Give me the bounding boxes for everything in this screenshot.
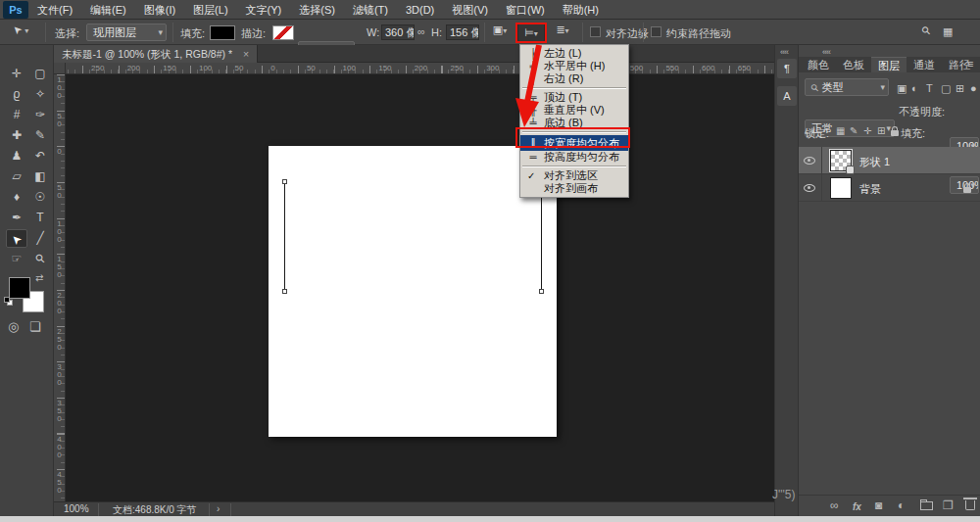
width-input[interactable]: 360 像素 [381, 24, 415, 40]
lock-artboard-icon[interactable]: ⊞ [877, 125, 885, 136]
menubar-item[interactable]: 3D(D) [397, 0, 443, 20]
eraser-tool[interactable]: ▱ [6, 167, 27, 186]
zoom-tool[interactable]: ⚲ [29, 250, 51, 268]
path-selection-tool[interactable]: ➤ [6, 229, 27, 248]
link-wh-icon[interactable]: ∞ [417, 25, 425, 37]
workspace-icon[interactable]: ▦ [943, 25, 953, 38]
new-layer-icon[interactable]: ❐ [943, 498, 954, 512]
anchor-point[interactable] [282, 289, 287, 294]
shape-tool[interactable]: ╱ [29, 229, 51, 248]
menubar-item[interactable]: 滤镜(T) [344, 0, 397, 20]
constrain-path-checkbox[interactable] [651, 26, 662, 37]
menubar-item[interactable]: 帮助(H) [554, 0, 608, 20]
layer-row[interactable]: 形状 1 [799, 147, 980, 174]
layer-row[interactable]: 背景 [799, 174, 980, 202]
history-brush-tool[interactable]: ↶ [29, 147, 51, 166]
layer-thumbnail[interactable] [830, 150, 852, 171]
crop-tool[interactable]: # [6, 106, 27, 124]
filter-adjustment-layers-icon[interactable]: ◐ [911, 82, 918, 94]
delete-layer-icon[interactable] [965, 498, 975, 513]
vertical-ruler[interactable]: 10050050100150200250300350400450 [54, 74, 66, 501]
eye-icon[interactable] [804, 157, 815, 165]
ruler-corner[interactable] [54, 63, 66, 74]
hand-tool[interactable]: ☞ [6, 250, 27, 268]
screen-mode-button[interactable]: ❏ [29, 319, 41, 334]
lock-pixels-icon[interactable]: ✎ [850, 125, 858, 136]
zoom-level[interactable]: 100% [64, 503, 89, 514]
healing-brush-tool[interactable]: ✚ [6, 126, 27, 145]
link-layers-icon[interactable]: ∞ [830, 498, 839, 512]
clone-stamp-tool[interactable]: ♟ [6, 147, 27, 166]
marquee-tool[interactable]: ▢ [29, 65, 51, 83]
new-group-icon[interactable] [920, 498, 933, 513]
add-layer-mask-icon[interactable]: ◙ [875, 498, 882, 512]
align-menu-item[interactable]: ═按高度均匀分布 [520, 151, 628, 164]
visibility-cell[interactable] [799, 147, 822, 174]
layer-style-icon[interactable]: fx [853, 501, 861, 512]
shape-line-left[interactable] [284, 181, 285, 292]
brush-tool[interactable]: ✎ [29, 126, 51, 145]
eye-icon[interactable] [804, 184, 815, 192]
menubar-item[interactable]: 视图(V) [443, 0, 497, 20]
panel-tab-色板[interactable]: 色板 [836, 57, 871, 72]
blur-tool[interactable]: ♦ [6, 188, 27, 207]
lasso-tool[interactable]: ϱ [6, 85, 27, 104]
filter-pixel-layers-icon[interactable]: ▣ [897, 82, 906, 95]
panel-tab-通道[interactable]: 通道 [906, 57, 942, 72]
type-tool[interactable]: T [29, 209, 51, 227]
path-operations-button[interactable]: ▣▾ [490, 24, 510, 36]
layer-thumbnail[interactable] [830, 177, 852, 199]
align-edges-checkbox[interactable] [590, 26, 601, 37]
menubar-item[interactable]: 窗口(W) [497, 0, 554, 20]
lock-all-icon[interactable] [891, 125, 899, 138]
status-chevron-icon[interactable]: › [217, 503, 220, 514]
height-input[interactable]: 156 像素 [446, 24, 479, 40]
anchor-point[interactable] [539, 289, 544, 294]
filter-smart-objects-icon[interactable]: ⊞ [956, 82, 964, 95]
quick-selection-tool[interactable]: ✧ [29, 85, 51, 104]
menubar-item[interactable]: 文字(Y) [237, 0, 291, 20]
eyedropper-tool[interactable]: ✑ [29, 106, 51, 124]
canvas[interactable] [269, 146, 557, 437]
select-mode-dropdown[interactable]: 现用图层 [86, 24, 167, 41]
path-arrange-button[interactable]: ≣▾ [551, 24, 574, 36]
menubar-item[interactable]: 选择(S) [290, 0, 344, 20]
move-tool[interactable]: ✛ [6, 65, 27, 83]
panel-tab-图层[interactable]: 图层 [871, 57, 906, 72]
dodge-tool[interactable]: ☉ [29, 188, 51, 207]
pasteboard[interactable] [66, 74, 774, 501]
new-adjustment-layer-icon[interactable]: ◐ [898, 498, 905, 512]
lock-position-icon[interactable]: ✛ [863, 125, 871, 136]
anchor-point[interactable] [282, 179, 287, 184]
collapse-panel-icon[interactable]: «« [822, 47, 830, 57]
visibility-cell[interactable] [799, 174, 822, 202]
tab-close-icon[interactable]: × [243, 48, 249, 60]
stroke-color-swatch[interactable] [272, 25, 294, 40]
foreground-color-swatch[interactable] [9, 277, 30, 299]
filter-shape-layers-icon[interactable]: ▢ [941, 82, 951, 95]
panel-menu-icon[interactable]: ≡ [967, 58, 973, 70]
layer-filter-dropdown[interactable]: ⚲ 类型 [805, 78, 889, 96]
swap-colors-icon[interactable]: ⇄ [35, 272, 43, 283]
quick-mask-button[interactable]: ◎ [8, 319, 19, 334]
character-panel-button[interactable]: A [777, 86, 797, 106]
gradient-tool[interactable]: ◧ [29, 167, 51, 186]
lock-transparency-icon[interactable]: ▦ [836, 125, 845, 136]
align-menu-item[interactable]: ✓对齐到选区 [520, 169, 628, 182]
pen-tool[interactable]: ✒ [6, 209, 27, 227]
menubar-item[interactable]: 文件(F) [28, 0, 81, 20]
menubar-item[interactable]: 编辑(E) [81, 0, 135, 20]
filter-toggle-icon[interactable]: ● [970, 82, 977, 94]
filter-type-layers-icon[interactable]: T [926, 82, 933, 94]
document-tab[interactable]: 未标题-1 @ 100% (形状 1, RGB/8#) * × [54, 45, 258, 63]
menubar-item[interactable]: 图像(I) [135, 0, 184, 20]
menubar-item[interactable]: 图层(L) [184, 0, 236, 20]
search-icon[interactable]: ⚲ [919, 24, 934, 38]
collapse-dock-icon[interactable]: «« [780, 47, 788, 57]
horizontal-ruler[interactable]: 2502001501005005010015020025030035040045… [66, 63, 774, 74]
panel-tab-颜色[interactable]: 颜色 [801, 57, 836, 72]
align-menu-item[interactable]: 对齐到画布 [520, 182, 628, 195]
tool-preset-button[interactable]: ➤ ▾ [8, 24, 33, 41]
paragraph-panel-button[interactable]: ¶ [777, 59, 797, 78]
fill-color-swatch[interactable] [210, 25, 235, 40]
